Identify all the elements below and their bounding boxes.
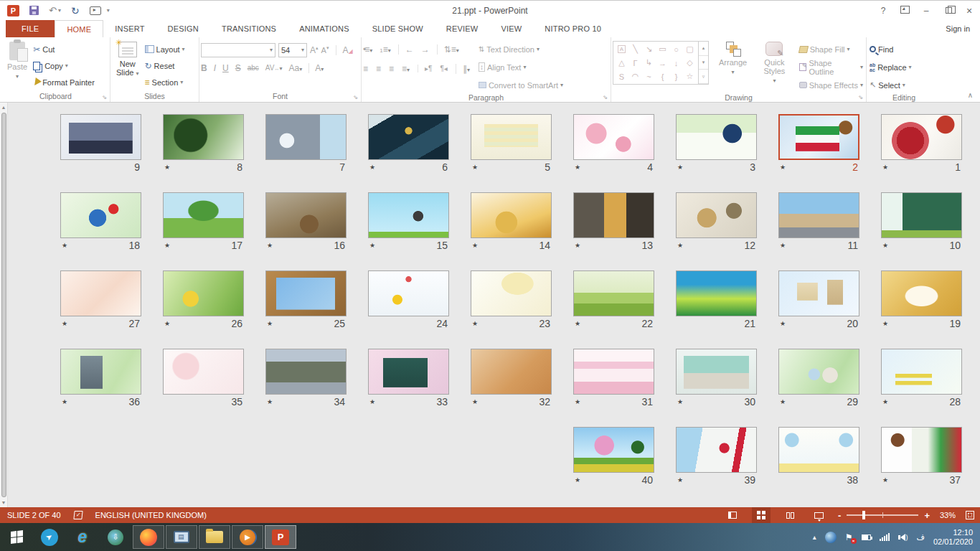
slide-3-thumbnail[interactable] bbox=[676, 114, 757, 160]
close-icon[interactable]: × bbox=[958, 5, 980, 17]
slide-19-thumbnail[interactable] bbox=[881, 270, 962, 316]
new-slide-button[interactable]: New Slide ▾ bbox=[112, 39, 143, 90]
slide-6-thumbnail[interactable] bbox=[368, 114, 449, 160]
shape-icon[interactable]: ↘ bbox=[646, 44, 652, 54]
drawing-dialog-launcher-icon[interactable]: ⇘ bbox=[858, 94, 863, 100]
clock[interactable]: 12:10 02/01/2020 bbox=[933, 528, 973, 547]
keyboard-language-indicator[interactable]: ف bbox=[917, 532, 925, 542]
tab-design[interactable]: DESIGN bbox=[156, 20, 210, 37]
slide-35-thumbnail[interactable] bbox=[163, 349, 244, 395]
clear-formatting-icon[interactable]: A◢ bbox=[336, 45, 352, 55]
shape-icon[interactable]: ↳ bbox=[646, 58, 652, 67]
slide-39-thumbnail[interactable] bbox=[676, 427, 757, 473]
quick-styles-button[interactable]: Quick Styles ▾ bbox=[757, 39, 792, 90]
slide-25-thumbnail[interactable] bbox=[265, 270, 347, 316]
shapes-scroll-down-icon[interactable]: ▾ bbox=[699, 56, 708, 70]
slide-29-thumbnail[interactable] bbox=[778, 349, 859, 395]
save-icon[interactable] bbox=[29, 6, 39, 15]
shape-outline-button[interactable]: Shape Outline ▾ bbox=[798, 60, 864, 75]
shape-icon[interactable]: S bbox=[619, 72, 624, 81]
tab-transitions[interactable]: TRANSITIONS bbox=[210, 20, 288, 37]
convert-to-smartart-button[interactable]: Convert to SmartArt ▾ bbox=[477, 77, 565, 93]
character-spacing-button[interactable]: AV↔▾ bbox=[265, 64, 283, 72]
tab-review[interactable]: REVIEW bbox=[435, 20, 490, 37]
taskbar-file-manager[interactable] bbox=[199, 525, 230, 549]
ribbon-display-options-icon[interactable] bbox=[894, 6, 915, 16]
shape-fill-button[interactable]: Shape Fill ▾ bbox=[798, 42, 864, 57]
shape-icon[interactable]: A bbox=[618, 45, 626, 53]
slide-14-thumbnail[interactable] bbox=[471, 192, 552, 238]
align-left-icon[interactable]: ≡ bbox=[363, 64, 368, 74]
clipboard-dialog-launcher-icon[interactable]: ⇘ bbox=[102, 94, 107, 100]
left-to-right-direction-icon[interactable]: ▸¶ bbox=[418, 65, 432, 72]
slide-26-thumbnail[interactable] bbox=[163, 270, 244, 316]
tab-insert[interactable]: INSERT bbox=[103, 20, 156, 37]
start-button[interactable] bbox=[0, 523, 33, 551]
slide-4-thumbnail[interactable] bbox=[573, 114, 654, 160]
restore-icon[interactable] bbox=[937, 6, 958, 16]
align-center-icon[interactable]: ≡ bbox=[376, 64, 381, 74]
slide-7-thumbnail[interactable] bbox=[265, 114, 347, 160]
font-color-button[interactable]: A▾ bbox=[308, 63, 324, 73]
tray-app-icon[interactable] bbox=[825, 532, 837, 543]
undo-icon[interactable]: ↶ bbox=[49, 5, 57, 16]
shape-icon[interactable]: ○ bbox=[674, 45, 679, 54]
slide-36-thumbnail[interactable] bbox=[60, 349, 141, 395]
font-name-combo[interactable]: ▾ bbox=[201, 43, 275, 57]
slide-28-thumbnail[interactable] bbox=[881, 349, 962, 395]
slide-15-thumbnail[interactable] bbox=[368, 192, 449, 238]
shapes-gallery-scrollbar[interactable]: ▴ ▾ ▿ bbox=[698, 42, 708, 84]
paste-button[interactable]: Paste ▾ bbox=[3, 39, 32, 90]
network-signal-icon[interactable] bbox=[880, 533, 890, 541]
taskbar-remote-desktop[interactable] bbox=[166, 525, 197, 549]
tab-nitro-pro-10[interactable]: NITRO PRO 10 bbox=[533, 20, 613, 37]
undo-dropdown-icon[interactable]: ▾ bbox=[58, 7, 61, 14]
slide-5-thumbnail[interactable] bbox=[471, 114, 552, 160]
slide-23-thumbnail[interactable] bbox=[471, 270, 552, 316]
taskbar-download-manager[interactable]: ⇩ bbox=[99, 523, 132, 551]
shape-icon[interactable]: ◇ bbox=[687, 58, 692, 67]
numbering-button[interactable]: 1≡▾ bbox=[380, 44, 390, 55]
slide-27-thumbnail[interactable] bbox=[60, 270, 141, 316]
taskbar-internet-explorer[interactable]: e bbox=[66, 523, 99, 551]
layout-button[interactable]: Layout ▾ bbox=[143, 42, 187, 57]
powerpoint-logo-icon[interactable]: P bbox=[7, 5, 19, 17]
tab-home[interactable]: HOME bbox=[55, 20, 103, 37]
redo-icon[interactable]: ↻ bbox=[71, 5, 80, 17]
reset-button[interactable]: ↻ Reset bbox=[143, 58, 187, 73]
shapes-scroll-up-icon[interactable]: ▴ bbox=[699, 42, 708, 56]
taskbar-firefox[interactable] bbox=[133, 525, 164, 549]
slide-9-thumbnail[interactable] bbox=[60, 114, 141, 160]
shapes-more-icon[interactable]: ▿ bbox=[699, 70, 708, 84]
scrollbar-thumb[interactable] bbox=[1, 113, 6, 497]
font-size-combo[interactable]: 54 ▾ bbox=[278, 43, 307, 57]
format-painter-button[interactable]: Format Painter bbox=[32, 75, 96, 90]
slide-38-thumbnail[interactable] bbox=[778, 427, 859, 473]
bullets-button[interactable]: •≡▾ bbox=[363, 44, 372, 55]
slide-32-thumbnail[interactable] bbox=[471, 349, 552, 395]
slide-30-thumbnail[interactable] bbox=[676, 349, 757, 395]
shape-icon[interactable]: ◠ bbox=[632, 72, 639, 81]
slide-8-thumbnail[interactable] bbox=[163, 114, 244, 160]
show-hidden-icons-icon[interactable]: ▴ bbox=[813, 533, 816, 541]
align-text-button[interactable]: ↕ Align Text ▾ bbox=[477, 60, 565, 75]
minimize-icon[interactable]: – bbox=[915, 6, 937, 16]
cut-button[interactable]: ✂ Cut bbox=[32, 42, 96, 57]
slide-21-thumbnail[interactable] bbox=[676, 270, 757, 316]
shape-icon[interactable]: { bbox=[661, 72, 664, 81]
sign-in-link[interactable]: Sign in bbox=[946, 20, 970, 37]
copy-button[interactable]: Copy ▾ bbox=[32, 58, 96, 73]
tab-slide-show[interactable]: SLIDE SHOW bbox=[361, 20, 435, 37]
slide-31-thumbnail[interactable] bbox=[573, 349, 654, 395]
shape-icon[interactable]: ~ bbox=[646, 72, 651, 81]
shape-effects-button[interactable]: Shape Effects ▾ bbox=[798, 77, 864, 93]
columns-button[interactable]: ∥▾ bbox=[456, 64, 470, 74]
tab-file[interactable]: FILE bbox=[6, 20, 55, 37]
shape-icon[interactable]: ☆ bbox=[687, 72, 694, 81]
slide-11-thumbnail[interactable] bbox=[778, 192, 859, 238]
collapse-ribbon-icon[interactable]: ∧ bbox=[968, 91, 973, 99]
slide-40-thumbnail[interactable] bbox=[573, 427, 654, 473]
spell-check-icon[interactable] bbox=[73, 511, 83, 519]
slide-20-thumbnail[interactable] bbox=[778, 270, 859, 316]
slide-12-thumbnail[interactable] bbox=[676, 192, 757, 238]
